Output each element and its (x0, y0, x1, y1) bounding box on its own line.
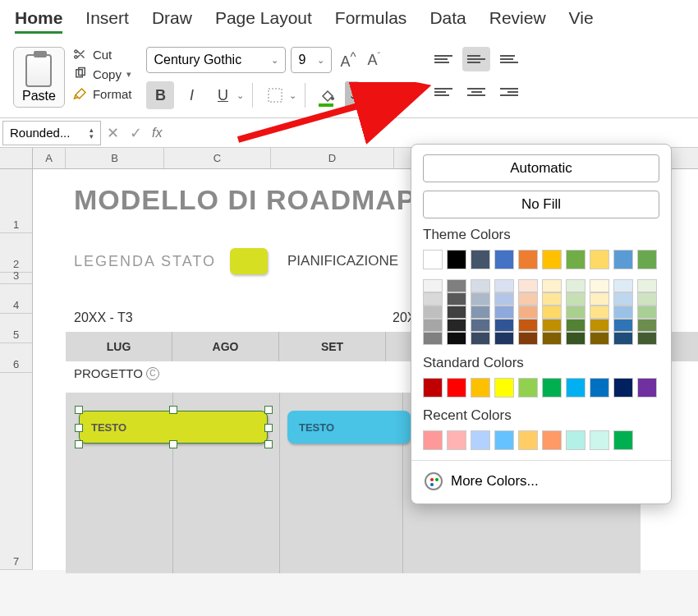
color-swatch[interactable] (566, 430, 585, 450)
chevron-down-icon[interactable]: ⌄ (236, 90, 244, 101)
color-swatch[interactable] (518, 250, 538, 269)
row-header[interactable]: 6 (0, 343, 33, 373)
color-swatch[interactable] (447, 319, 466, 332)
selection-handle[interactable] (75, 440, 83, 448)
color-swatch[interactable] (447, 250, 466, 269)
more-colors-button[interactable]: More Colors... (423, 469, 659, 494)
selection-handle[interactable] (264, 424, 273, 432)
gantt-bar-selected[interactable]: TESTO (79, 411, 268, 444)
color-swatch[interactable] (423, 306, 443, 319)
italic-button[interactable]: I (177, 81, 205, 109)
chevron-down-icon[interactable]: ▾ (126, 69, 131, 80)
ribbon-tab-page-layout[interactable]: Page Layout (215, 8, 312, 34)
no-fill-button[interactable]: No Fill (423, 191, 659, 218)
gantt-bar[interactable]: TESTO (287, 411, 411, 444)
font-color-button[interactable]: A (363, 81, 391, 109)
ribbon-tab-review[interactable]: Review (489, 8, 546, 34)
align-left-button[interactable] (429, 80, 457, 104)
color-swatch[interactable] (637, 250, 657, 269)
chevron-down-icon[interactable]: ⌄ (289, 90, 296, 101)
color-swatch[interactable] (447, 430, 466, 450)
color-swatch[interactable] (542, 378, 562, 398)
color-swatch[interactable] (613, 292, 633, 306)
underline-button[interactable]: U (209, 81, 236, 109)
color-swatch[interactable] (590, 378, 609, 398)
color-swatch[interactable] (471, 306, 490, 319)
name-box[interactable]: Rounded... ▴▾ (2, 121, 101, 145)
color-swatch[interactable] (613, 306, 633, 319)
color-swatch[interactable] (471, 250, 490, 269)
color-swatch[interactable] (566, 332, 585, 345)
color-swatch[interactable] (542, 430, 562, 450)
color-swatch[interactable] (518, 306, 538, 319)
fill-color-button[interactable] (314, 81, 342, 109)
color-swatch[interactable] (613, 430, 633, 450)
select-all-corner[interactable] (0, 148, 33, 168)
format-painter-button[interactable]: Format (73, 86, 132, 101)
color-swatch[interactable] (542, 250, 562, 269)
ribbon-tab-home[interactable]: Home (15, 8, 62, 34)
fx-icon[interactable]: fx (147, 126, 167, 140)
color-swatch[interactable] (590, 430, 609, 450)
color-swatch[interactable] (613, 378, 633, 398)
color-swatch[interactable] (447, 306, 466, 319)
color-swatch[interactable] (423, 378, 443, 398)
color-swatch[interactable] (590, 250, 609, 269)
color-swatch[interactable] (518, 319, 538, 332)
color-swatch[interactable] (590, 306, 609, 319)
color-swatch[interactable] (566, 292, 585, 306)
selection-handle[interactable] (75, 424, 83, 432)
color-swatch[interactable] (518, 292, 538, 306)
fill-color-dropdown[interactable]: ⌄ (345, 81, 360, 109)
color-swatch[interactable] (423, 332, 443, 345)
color-swatch[interactable] (542, 292, 562, 306)
ribbon-tab-insert[interactable]: Insert (85, 8, 129, 34)
color-swatch[interactable] (471, 378, 490, 398)
color-swatch[interactable] (494, 319, 514, 332)
row-header[interactable]: 2 (0, 233, 33, 273)
color-swatch[interactable] (471, 430, 490, 450)
color-swatch[interactable] (542, 306, 562, 319)
color-swatch[interactable] (494, 332, 514, 345)
color-swatch[interactable] (447, 332, 466, 345)
row-header[interactable]: 4 (0, 284, 33, 314)
color-swatch[interactable] (494, 292, 514, 306)
selection-handle[interactable] (264, 440, 273, 448)
column-header[interactable]: B (66, 148, 164, 168)
bold-button[interactable]: B (146, 81, 174, 109)
color-swatch[interactable] (494, 279, 514, 292)
color-swatch[interactable] (566, 306, 585, 319)
color-swatch[interactable] (613, 250, 633, 269)
selection-handle[interactable] (169, 440, 177, 448)
color-swatch[interactable] (423, 430, 443, 450)
font-size-select[interactable]: 9 ⌄ (291, 47, 332, 73)
align-center-button[interactable] (462, 80, 490, 104)
color-swatch[interactable] (471, 332, 490, 345)
row-header[interactable]: 5 (0, 314, 33, 343)
column-header[interactable]: D (271, 148, 394, 168)
automatic-color-button[interactable]: Automatic (423, 154, 659, 182)
color-swatch[interactable] (494, 306, 514, 319)
color-swatch[interactable] (566, 378, 585, 398)
color-swatch[interactable] (637, 306, 657, 319)
color-swatch[interactable] (542, 332, 562, 345)
ribbon-tab-vie[interactable]: Vie (569, 8, 594, 34)
color-swatch[interactable] (518, 430, 538, 450)
column-header[interactable]: C (164, 148, 271, 168)
formula-confirm-button[interactable]: ✓ (124, 124, 147, 142)
color-swatch[interactable] (590, 332, 609, 345)
color-swatch[interactable] (423, 279, 443, 292)
color-swatch[interactable] (637, 378, 657, 398)
cut-button[interactable]: Cut (73, 47, 132, 62)
color-swatch[interactable] (494, 430, 514, 450)
row-header[interactable]: 7 (0, 373, 33, 570)
color-swatch[interactable] (637, 319, 657, 332)
color-swatch[interactable] (613, 319, 633, 332)
color-swatch[interactable] (566, 279, 585, 292)
ribbon-tab-formulas[interactable]: Formulas (335, 8, 407, 34)
decrease-font-button[interactable]: Aˇ (365, 51, 384, 69)
column-header[interactable]: A (33, 148, 66, 168)
align-right-button[interactable] (495, 80, 523, 104)
align-bottom-button[interactable] (495, 47, 523, 71)
row-header[interactable]: 3 (0, 273, 33, 284)
